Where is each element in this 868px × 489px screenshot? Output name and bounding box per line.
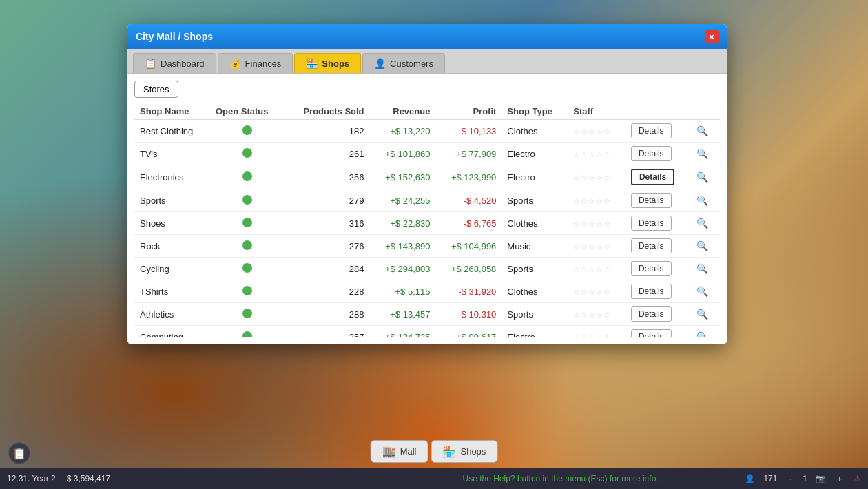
cell-details-btn[interactable]: Details — [626, 120, 690, 143]
details-button[interactable]: Details — [631, 284, 672, 299]
tab-finances[interactable]: 💰 Finances — [218, 53, 293, 73]
cell-open-status — [210, 165, 285, 189]
cell-staff-stars: ☆☆☆☆☆ — [568, 326, 626, 338]
col-shop-name[interactable]: Shop Name — [134, 103, 210, 120]
col-profit[interactable]: Profit — [435, 103, 502, 120]
cell-search-btn[interactable]: 🔍 — [690, 120, 720, 143]
cell-products-sold: 288 — [285, 303, 370, 326]
search-icon-button[interactable]: 🔍 — [695, 307, 710, 321]
details-button[interactable]: Details — [631, 123, 672, 138]
cell-shop-type: Clothes — [502, 280, 568, 303]
cell-details-btn[interactable]: Details — [626, 235, 690, 258]
tab-customers[interactable]: 👤 Customers — [362, 53, 445, 73]
cell-details-btn[interactable]: Details — [626, 189, 690, 212]
tab-shops-label: Shops — [322, 59, 349, 69]
table-row: Shoes 316 +$ 22,830 -$ 6,765 Clothes ☆☆☆… — [134, 212, 720, 235]
cell-search-btn[interactable]: 🔍 — [690, 303, 720, 326]
cell-products-sold: 279 — [285, 189, 370, 212]
shops-table: Shop Name Open Status Products Sold Reve… — [134, 103, 720, 337]
col-revenue[interactable]: Revenue — [370, 103, 436, 120]
cell-shop-name: Rock — [134, 235, 210, 258]
cell-shop-name: Sports — [134, 189, 210, 212]
status-dot — [242, 331, 252, 338]
status-dot — [242, 286, 252, 295]
cell-shop-type: Music — [502, 235, 568, 258]
cell-details-btn[interactable]: Details — [626, 212, 690, 235]
search-icon-button[interactable]: 🔍 — [695, 124, 710, 138]
cell-products-sold: 261 — [285, 143, 370, 165]
search-icon-button[interactable]: 🔍 — [695, 330, 710, 337]
population-icon: 👤 — [745, 474, 755, 483]
cell-search-btn[interactable]: 🔍 — [690, 143, 720, 165]
col-staff[interactable]: Staff — [568, 103, 626, 120]
details-button[interactable]: Details — [631, 216, 672, 231]
cell-search-btn[interactable]: 🔍 — [690, 165, 720, 189]
cell-details-btn[interactable]: Details — [626, 326, 690, 338]
cell-search-btn[interactable]: 🔍 — [690, 212, 720, 235]
cell-details-btn[interactable]: Details — [626, 303, 690, 326]
zoom-out-button[interactable]: - — [785, 472, 794, 486]
cell-shop-name: Best Clothing — [134, 120, 210, 143]
mall-nav-label: Mall — [400, 446, 417, 457]
dashboard-icon: 📋 — [145, 58, 156, 69]
search-icon-button[interactable]: 🔍 — [695, 170, 710, 184]
cell-profit: -$ 4,520 — [435, 189, 502, 212]
status-dot — [242, 148, 252, 158]
cell-search-btn[interactable]: 🔍 — [690, 235, 720, 258]
cell-products-sold: 182 — [285, 120, 370, 143]
search-icon-button[interactable]: 🔍 — [695, 239, 710, 253]
cell-search-btn[interactable]: 🔍 — [690, 258, 720, 280]
cell-shop-name: TShirts — [134, 280, 210, 303]
search-icon-button[interactable]: 🔍 — [695, 194, 710, 207]
cell-details-btn[interactable]: Details — [626, 143, 690, 165]
col-products-sold[interactable]: Products Sold — [285, 103, 370, 120]
cell-revenue: +$ 152,630 — [370, 165, 436, 189]
modal-close-button[interactable]: × — [705, 30, 719, 43]
cell-shop-type: Electro — [502, 143, 568, 165]
cell-shop-type: Clothes — [502, 212, 568, 235]
zoom-in-button[interactable]: + — [834, 472, 845, 486]
details-button[interactable]: Details — [631, 169, 674, 185]
details-button[interactable]: Details — [631, 238, 672, 253]
table-row: Sports 279 +$ 24,255 -$ 4,520 Sports ☆☆☆… — [134, 189, 720, 212]
table-row: Best Clothing 182 +$ 13,220 -$ 10,133 Cl… — [134, 120, 720, 143]
cell-profit: +$ 77,909 — [435, 143, 502, 165]
tab-dashboard[interactable]: 📋 Dashboard — [133, 53, 216, 73]
cell-shop-name: Athletics — [134, 303, 210, 326]
details-button[interactable]: Details — [631, 329, 672, 337]
cell-staff-stars: ☆☆☆☆☆ — [568, 280, 626, 303]
search-icon-button[interactable]: 🔍 — [695, 284, 710, 298]
cell-profit: -$ 10,310 — [435, 303, 502, 326]
taskbar-population: 171 — [763, 474, 777, 483]
clipboard-button[interactable]: 📋 — [8, 442, 30, 464]
shops-nav-label: Shops — [460, 446, 486, 457]
col-details — [626, 103, 690, 120]
shops-table-container[interactable]: Shop Name Open Status Products Sold Reve… — [134, 103, 720, 337]
col-open-status[interactable]: Open Status — [210, 103, 285, 120]
cell-details-btn[interactable]: Details — [626, 165, 690, 189]
table-row: Cycling 284 +$ 294,803 +$ 268,058 Sports… — [134, 258, 720, 280]
cell-details-btn[interactable]: Details — [626, 258, 690, 280]
cell-shop-name: Shoes — [134, 212, 210, 235]
cell-details-btn[interactable]: Details — [626, 280, 690, 303]
status-dot — [242, 171, 252, 181]
details-button[interactable]: Details — [631, 193, 672, 208]
cell-open-status — [210, 120, 285, 143]
cell-search-btn[interactable]: 🔍 — [690, 189, 720, 212]
cell-search-btn[interactable]: 🔍 — [690, 280, 720, 303]
stores-button[interactable]: Stores — [134, 81, 178, 98]
shops-nav-button[interactable]: 🏪 Shops — [431, 440, 497, 463]
shops-icon: 🏪 — [306, 58, 318, 69]
table-header-row: Shop Name Open Status Products Sold Reve… — [134, 103, 720, 120]
details-button[interactable]: Details — [631, 306, 672, 322]
search-icon-button[interactable]: 🔍 — [695, 147, 710, 160]
search-icon-button[interactable]: 🔍 — [695, 262, 710, 275]
details-button[interactable]: Details — [631, 146, 672, 161]
mall-nav-button[interactable]: 🏬 Mall — [371, 440, 428, 463]
table-row: TV's 261 +$ 101,860 +$ 77,909 Electro ☆☆… — [134, 143, 720, 165]
cell-search-btn[interactable]: 🔍 — [690, 326, 720, 338]
search-icon-button[interactable]: 🔍 — [695, 216, 710, 230]
details-button[interactable]: Details — [631, 261, 672, 276]
col-shop-type[interactable]: Shop Type — [502, 103, 568, 120]
tab-shops[interactable]: 🏪 Shops — [294, 53, 361, 73]
